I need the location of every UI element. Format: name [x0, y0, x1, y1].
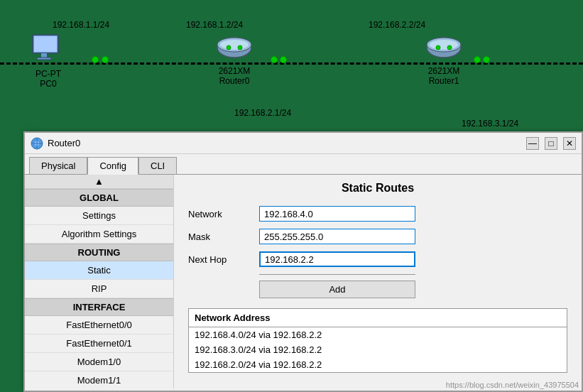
window-title: Router0 — [48, 138, 80, 148]
routes-table-row: 192.168.3.0/24 via 192.168.2.2 — [189, 342, 567, 357]
mask-label: Mask — [188, 232, 259, 242]
routes-table-row: 192.168.4.0/24 via 192.168.2.2 — [189, 327, 567, 342]
sidebar-item-algorithm-settings[interactable]: Algorithm Settings — [25, 225, 173, 244]
ip-label: 192.168.1.1/24 — [53, 20, 109, 30]
network-dot — [280, 56, 287, 63]
network-line — [0, 62, 583, 65]
ip-label: 192.168.1.2/24 — [186, 20, 243, 30]
svg-point-13 — [447, 45, 452, 50]
router-icon — [214, 32, 254, 65]
pc-icon — [30, 32, 67, 67]
minimize-button[interactable]: — — [526, 137, 539, 150]
mask-row: Mask — [188, 229, 567, 244]
window-icon — [31, 137, 43, 150]
svg-rect-2 — [41, 53, 47, 58]
device-label: PC-PTPC0 — [36, 69, 61, 89]
network-dot — [474, 56, 481, 63]
svg-rect-3 — [37, 58, 51, 60]
routes-table-header: Network Address — [189, 309, 567, 327]
router-window: Router0 — □ ✕ PhysicalConfigCLI ▲ GLOBAL… — [23, 131, 583, 392]
nexthop-label: Next Hop — [188, 254, 259, 265]
svg-point-6 — [220, 40, 249, 50]
router-icon — [424, 32, 464, 65]
device-label: 2621XMRouter1 — [428, 66, 460, 86]
svg-point-8 — [238, 45, 242, 50]
routes-table-row: 192.168.2.0/24 via 192.168.2.2 — [189, 357, 567, 372]
svg-point-12 — [436, 45, 440, 50]
network-dot — [271, 56, 278, 63]
form-divider — [259, 274, 415, 275]
sidebar-header-interface: INTERFACE — [25, 298, 173, 316]
content-title: Static Routes — [188, 182, 567, 195]
network-dot — [92, 56, 99, 63]
sidebar-item-static[interactable]: Static — [25, 261, 173, 280]
device-pc0: PC-PTPC0 — [30, 32, 67, 89]
maximize-button[interactable]: □ — [545, 137, 557, 150]
network-dot — [102, 56, 109, 63]
network-dot — [483, 56, 490, 63]
svg-point-11 — [430, 40, 458, 50]
tab-bar: PhysicalConfigCLI — [25, 154, 582, 175]
sidebar-item-rip[interactable]: RIP — [25, 280, 173, 298]
sidebar-header-routing: ROUTING — [25, 244, 173, 261]
nexthop-row: Next Hop — [188, 251, 567, 267]
device-router1: 2621XMRouter1 — [424, 32, 464, 86]
sidebar-item-fe01[interactable]: FastEthernet0/1 — [25, 334, 173, 353]
sidebar-item-modem11[interactable]: Modem1/1 — [25, 371, 173, 388]
add-button[interactable]: Add — [259, 281, 415, 298]
ip-label: 192.168.2.2/24 — [369, 20, 425, 30]
topology-area: 192.168.1.1/24192.168.1.2/24192.168.2.2/… — [0, 0, 583, 131]
content-area: Static Routes Network Mask Next Hop Add … — [174, 175, 582, 388]
network-input[interactable] — [259, 206, 415, 222]
window-controls: — □ ✕ — [526, 137, 576, 150]
ip-label: 192.168.2.1/24 — [234, 108, 291, 118]
tab-physical[interactable]: Physical — [29, 157, 87, 174]
network-label: Network — [188, 209, 259, 219]
nexthop-input[interactable] — [259, 251, 415, 267]
svg-rect-1 — [34, 36, 57, 52]
device-label: 2621XMRouter0 — [219, 66, 251, 86]
sidebar-item-modem10[interactable]: Modem1/0 — [25, 353, 173, 371]
sidebar-header-global: GLOBAL — [25, 189, 173, 207]
sidebar: ▲ GLOBALSettingsAlgorithm SettingsROUTIN… — [25, 175, 174, 388]
sidebar-item-settings[interactable]: Settings — [25, 207, 173, 225]
tab-cli[interactable]: CLI — [138, 157, 177, 174]
device-router0: 2621XMRouter0 — [214, 32, 254, 86]
close-button[interactable]: ✕ — [563, 137, 576, 150]
watermark: https://blog.csdn.net/weixin_43975504 — [446, 381, 579, 389]
svg-point-7 — [227, 45, 231, 50]
sidebar-item-fe00[interactable]: FastEthernet0/0 — [25, 316, 173, 334]
ip-label: 192.168.3.1/24 — [462, 119, 518, 129]
mask-input[interactable] — [259, 229, 415, 244]
title-bar: Router0 — □ ✕ — [25, 133, 582, 154]
main-content: ▲ GLOBALSettingsAlgorithm SettingsROUTIN… — [25, 175, 582, 388]
tab-config[interactable]: Config — [87, 157, 138, 175]
routes-table: Network Address 192.168.4.0/24 via 192.1… — [188, 308, 567, 373]
sidebar-scroll-up[interactable]: ▲ — [25, 175, 173, 189]
network-row: Network — [188, 206, 567, 222]
